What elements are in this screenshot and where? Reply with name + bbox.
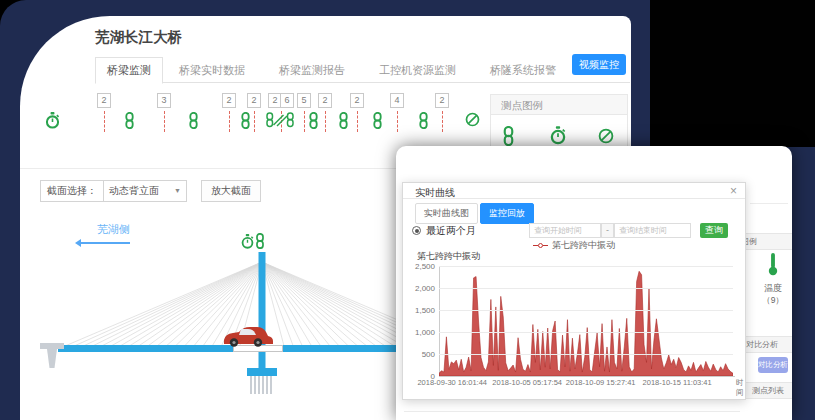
bridge-diagram bbox=[20, 210, 460, 420]
x-axis-title: 时间 bbox=[736, 378, 745, 398]
sensor-dash-line bbox=[254, 111, 255, 132]
popup-window: 图例 温度 （9） 对比分析 对比分析 测点列表 实时曲线 × 实时曲线图监控回… bbox=[396, 146, 792, 420]
gridline bbox=[439, 288, 733, 289]
y-tick-label: 1,000 bbox=[403, 328, 435, 337]
sensor-dash-line bbox=[304, 111, 305, 132]
tab-main-3[interactable]: 工控机资源监测 bbox=[379, 63, 456, 78]
date-range-separator: - bbox=[601, 223, 614, 238]
realtime-curve-dialog: 实时曲线 × 实时曲线图监控回放 最近两个月 - 查询 第七跨跨中振动 第七跨跨… bbox=[402, 182, 746, 400]
legend-label: 第七跨跨中振动 bbox=[552, 239, 615, 252]
sensor-count-badge: 2 bbox=[318, 93, 332, 108]
gridline bbox=[439, 266, 733, 267]
left-pier bbox=[47, 349, 57, 368]
query-end-input[interactable] bbox=[614, 223, 691, 238]
y-tick-label: 500 bbox=[403, 350, 435, 359]
tab-dialog-1[interactable]: 监控回放 bbox=[480, 203, 534, 224]
sensor-count-badge: 3 bbox=[157, 93, 171, 108]
tab-dialog-0[interactable]: 实时曲线图 bbox=[415, 203, 478, 224]
linkslash-icon bbox=[266, 112, 294, 128]
link-icon bbox=[124, 112, 135, 129]
ban-icon bbox=[465, 112, 480, 127]
sensor-dash-line bbox=[104, 111, 105, 132]
bg-list-header-text: 测点列表 bbox=[752, 386, 784, 395]
tower-pier-cap bbox=[247, 368, 277, 376]
x-tick-label: 2018-10-15 11:03:41 bbox=[643, 378, 712, 387]
vibration-area-chart bbox=[439, 266, 733, 376]
sensor-dash-line bbox=[325, 111, 326, 132]
sensor-count-badge: 2 bbox=[435, 93, 449, 108]
recent-two-months-radio[interactable] bbox=[412, 226, 421, 235]
stopwatch-icon bbox=[45, 112, 60, 129]
tower-stopwatch-icon bbox=[243, 234, 253, 248]
temp-label: 温度 bbox=[756, 282, 790, 295]
tower-piles bbox=[251, 376, 271, 394]
tab-main-1[interactable]: 桥梁实时数据 bbox=[179, 63, 245, 78]
section-select-value: 动态背立面 bbox=[109, 181, 159, 201]
bg-temp-legend: 温度 （9） bbox=[756, 252, 790, 307]
video-monitor-button[interactable]: 视频监控 bbox=[572, 54, 626, 75]
x-axis-line bbox=[439, 376, 735, 377]
y-tick-label: 2,000 bbox=[403, 284, 435, 293]
dialog-title: 实时曲线 bbox=[415, 186, 455, 200]
screenshot-stage: 芜湖长江大桥 视频监控 桥梁监测桥梁实时数据桥梁监测报告工控机资源监测桥隧系统报… bbox=[0, 0, 815, 420]
link-icon bbox=[308, 112, 319, 129]
dark-region bbox=[650, 0, 815, 147]
sensor-count-badge: 4 bbox=[390, 93, 404, 108]
page-title: 芜湖长江大桥 bbox=[95, 28, 182, 47]
link-icon bbox=[502, 126, 515, 146]
y-tick-label: 1,500 bbox=[403, 306, 435, 315]
chevron-down-icon: ▼ bbox=[174, 181, 181, 201]
link-icon bbox=[372, 112, 383, 129]
gridline bbox=[439, 310, 733, 311]
tab-main-4[interactable]: 桥隧系统报警 bbox=[490, 63, 556, 78]
sensor-dash-line bbox=[164, 111, 165, 132]
x-tick-label: 2018-10-09 15:27:41 bbox=[566, 378, 636, 387]
section-select-label: 截面选择： bbox=[40, 180, 103, 202]
point-legend-title: 测点图例 bbox=[491, 95, 627, 115]
main-tabbar: 桥梁监测桥梁实时数据桥梁监测报告工控机资源监测桥隧系统报警 bbox=[95, 57, 565, 83]
sensor-dash-line bbox=[442, 111, 443, 132]
left-pier-cap bbox=[40, 343, 64, 349]
temp-count: （9） bbox=[756, 295, 790, 307]
query-start-input[interactable] bbox=[529, 223, 601, 238]
dialog-tabbar: 实时曲线图监控回放 bbox=[415, 203, 534, 224]
link-icon bbox=[240, 112, 251, 129]
query-filter-row: 最近两个月 - 查询 bbox=[403, 223, 745, 239]
sensor-dash-line bbox=[357, 111, 358, 132]
sensor-count-badge: 2 bbox=[222, 93, 236, 108]
sensor-count-badge: 5 bbox=[297, 93, 311, 108]
sensor-dash-line bbox=[229, 111, 230, 132]
link-icon bbox=[188, 112, 199, 129]
sensor-count-badge: 2 bbox=[350, 93, 364, 108]
x-tick-label: 2018-09-30 16:01:44 bbox=[417, 378, 487, 387]
close-icon[interactable]: × bbox=[730, 185, 737, 197]
link-icon bbox=[418, 112, 429, 129]
sensor-count-badge: 2 bbox=[97, 93, 111, 108]
thermometer-icon bbox=[767, 252, 779, 276]
query-button[interactable]: 查询 bbox=[700, 223, 728, 238]
section-controls: 截面选择： 动态背立面 ▼ 放大截面 bbox=[40, 180, 261, 202]
sensor-dash-line bbox=[397, 111, 398, 132]
enlarge-section-button[interactable]: 放大截面 bbox=[201, 180, 261, 202]
bridge-deck-left bbox=[58, 345, 233, 352]
ban-icon bbox=[598, 128, 614, 144]
recent-two-months-label: 最近两个月 bbox=[426, 224, 476, 238]
compare-analysis-button[interactable]: 对比分析 bbox=[758, 357, 788, 373]
gridline bbox=[439, 354, 733, 355]
link-icon bbox=[338, 112, 349, 129]
bg-row-line bbox=[750, 203, 788, 204]
tower-link-icon bbox=[257, 234, 263, 248]
stopwatch-icon bbox=[550, 126, 566, 145]
bg-compare-header-text: 对比分析 bbox=[746, 340, 778, 349]
bg-row-line bbox=[404, 411, 740, 412]
sensor-count-badge: 2 bbox=[247, 93, 261, 108]
tab-main-2[interactable]: 桥梁监测报告 bbox=[279, 63, 345, 78]
section-select[interactable]: 动态背立面 ▼ bbox=[103, 180, 187, 202]
tab-main-0[interactable]: 桥梁监测 bbox=[95, 57, 163, 84]
car bbox=[224, 327, 273, 347]
gridline bbox=[439, 332, 733, 333]
x-tick-label: 2018-10-05 05:17:54 bbox=[492, 378, 562, 387]
sensor-count-badge: 6 bbox=[280, 93, 294, 108]
legend-marker-icon bbox=[533, 243, 548, 248]
y-tick-label: 2,500 bbox=[403, 262, 435, 271]
